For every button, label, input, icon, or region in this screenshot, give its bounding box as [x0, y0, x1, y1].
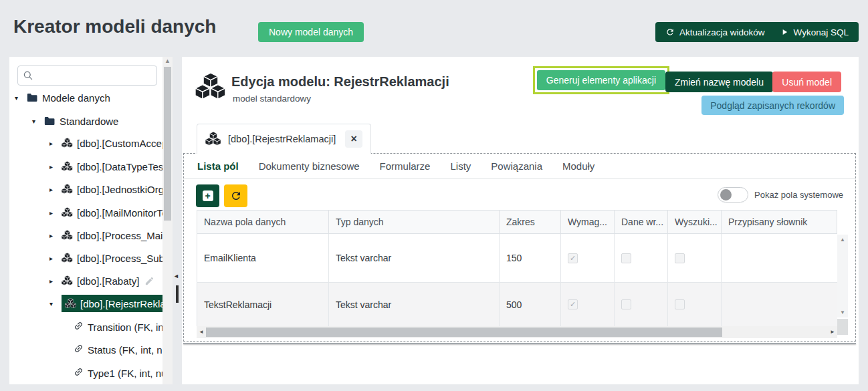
field-range-cell: 150 — [500, 234, 561, 282]
selected-tree-item[interactable]: [dbo].[RejestrReklamacji] — [62, 295, 162, 312]
column-header: Zakres — [500, 211, 561, 233]
column-header: Wymag... — [561, 211, 615, 233]
tree-item-datatypetest[interactable]: ▸ [dbo].[DataTypeTest] — [9, 158, 162, 175]
refresh-fields-button[interactable] — [224, 184, 247, 207]
column-header: Typ danych — [329, 211, 500, 233]
tab-powiazania[interactable]: Powiązania — [491, 160, 542, 172]
delete-model-button[interactable]: Usuń model — [772, 72, 841, 92]
caret-down-icon[interactable]: ▾ — [15, 94, 23, 102]
scrollbar-thumb[interactable] — [164, 67, 171, 221]
caret-right-icon[interactable]: ▸ — [49, 186, 58, 193]
scrollbar-thumb[interactable] — [206, 328, 722, 337]
column-header: Dane wr... — [615, 211, 668, 233]
sensitive-data-checkbox[interactable] — [621, 253, 631, 263]
scroll-down-icon[interactable]: ▼ — [837, 309, 848, 315]
tree-item-label: [dbo].[JednostkiOrganizacy — [77, 184, 162, 195]
required-checkbox[interactable] — [568, 253, 578, 263]
sidebar-splitter[interactable]: ◄ — [173, 57, 182, 384]
splitter-grip[interactable] — [176, 285, 179, 303]
model-cubes-icon — [62, 184, 73, 194]
table-horizontal-scrollbar[interactable]: ◄ ► — [197, 326, 837, 338]
preview-records-button[interactable]: Podgląd zapisanych rekordów — [701, 96, 844, 115]
topbar-action-group: Aktualizacja widoków Wykonaj SQL — [655, 22, 859, 42]
tree-search-input[interactable] — [17, 66, 157, 86]
model-tab[interactable]: [dbo].[RejestrReklamacji] × — [197, 124, 371, 154]
generate-app-elements-button[interactable]: Generuj elementy aplikacji — [537, 70, 665, 90]
tree-item-fk-status[interactable]: Status (FK, int, not null) — [9, 341, 162, 358]
searchable-checkbox[interactable] — [675, 299, 685, 309]
tree-item-mailmonitortest[interactable]: ▸ [dbo].[MailMonitorTest] — [9, 204, 162, 221]
tree-item-rabaty[interactable]: ▸ [dbo].[Rabaty] — [9, 272, 162, 289]
edit-icon[interactable] — [144, 276, 154, 286]
tree-item-label: [dbo].[RejestrReklamacji] — [80, 298, 162, 309]
model-cubes-icon — [65, 298, 76, 309]
search-icon — [23, 70, 33, 81]
sensitive-data-checkbox[interactable] — [621, 299, 631, 309]
column-header: Nazwa pola danych — [197, 211, 329, 233]
update-views-label: Aktualizacja widoków — [679, 27, 765, 37]
update-views-button[interactable]: Aktualizacja widoków — [658, 22, 772, 42]
tree-item-label: [dbo].[CustomAcceptanceL — [77, 138, 162, 149]
required-checkbox[interactable] — [568, 299, 578, 309]
refresh-icon — [230, 190, 242, 202]
table-row[interactable]: TekstReklamacji Tekst varchar 500 — [197, 282, 837, 326]
new-model-button[interactable]: Nowy model danych — [258, 22, 364, 42]
tab-formularze[interactable]: Formularze — [380, 160, 431, 172]
tree-item-label: Modele danych — [42, 92, 110, 104]
sidebar-scrollbar[interactable]: ▲ — [162, 57, 173, 384]
tree-item-customacceptance[interactable]: ▸ [dbo].[CustomAcceptanceL — [9, 134, 162, 152]
caret-right-icon[interactable]: ▸ — [49, 232, 58, 239]
run-sql-label: Wykonaj SQL — [794, 27, 849, 37]
table-vertical-scrollbar[interactable]: ▲ ▼ — [837, 235, 848, 317]
run-sql-button[interactable]: Wykonaj SQL — [772, 22, 856, 42]
tree-item-standardowe[interactable]: ▾ Standardowe — [9, 112, 162, 130]
tab-lista-pol[interactable]: Lista pól — [197, 160, 239, 172]
caret-down-icon[interactable]: ▾ — [49, 300, 58, 307]
scroll-up-icon[interactable]: ▲ — [837, 237, 848, 243]
tab-listy[interactable]: Listy — [450, 160, 471, 172]
close-icon[interactable]: × — [345, 130, 362, 148]
scroll-left-icon[interactable]: ◄ — [199, 329, 204, 335]
toggle-knob[interactable] — [720, 189, 732, 201]
tree-item-fk-type1[interactable]: Type1 (FK, int, null) — [9, 364, 162, 382]
model-tab-label: [dbo].[RejestrReklamacji] — [228, 134, 336, 144]
caret-down-icon[interactable]: ▾ — [32, 118, 40, 125]
tab-dokumenty-biznesowe[interactable]: Dokumenty biznesowe — [259, 160, 360, 172]
tree-item-label: [dbo].[DataTypeTest] — [77, 161, 162, 172]
tree-item-process-main[interactable]: ▸ [dbo].[Process_Main] — [9, 227, 162, 244]
model-cubes-icon — [205, 132, 221, 146]
generate-button-highlight: Generuj elementy aplikacji — [533, 66, 669, 94]
tree-item-fk-transition[interactable]: Transition (FK, int, null) — [9, 318, 162, 336]
caret-right-icon[interactable]: ▸ — [49, 140, 58, 147]
model-cubes-icon — [62, 207, 73, 218]
tree-item-modele-danych[interactable]: ▾ Modele danych — [9, 89, 162, 106]
field-type-cell: Tekst varchar — [329, 234, 500, 282]
tree-item-process-sub[interactable]: ▸ [dbo].[Process_Sub] — [9, 249, 162, 267]
system-fields-toggle-group: Pokaż pola systemowe — [718, 187, 843, 203]
plus-icon: + — [203, 190, 213, 201]
model-title: Edycja modelu: RejestrReklamacji — [231, 74, 449, 90]
tree-item-label: Transition (FK, int, null) — [88, 321, 162, 333]
fields-table: Nazwa pola danych Typ danych Zakres Wyma… — [197, 210, 837, 326]
caret-right-icon[interactable]: ▸ — [49, 209, 58, 217]
scroll-right-icon[interactable]: ► — [830, 329, 835, 335]
searchable-checkbox[interactable] — [675, 253, 685, 263]
table-row[interactable]: EmailKlienta Tekst varchar 150 — [197, 234, 837, 282]
rename-model-button[interactable]: Zmień nazwę modelu — [665, 72, 773, 92]
model-cubes-icon — [62, 138, 73, 148]
tree-item-label: [dbo].[Process_Sub] — [77, 253, 162, 264]
dictionary-cell — [722, 283, 837, 326]
tab-moduly[interactable]: Moduły — [562, 160, 594, 172]
add-field-button[interactable]: + — [196, 184, 219, 207]
tree-item-jednostkiorganizacyjne[interactable]: ▸ [dbo].[JednostkiOrganizacy — [9, 180, 162, 198]
scroll-up-icon[interactable]: ▲ — [162, 57, 173, 64]
folder-icon — [44, 116, 56, 126]
tree-item-rejestrreklamacji-selected[interactable]: ▾ [dbo].[RejestrReklamacji] — [9, 295, 162, 312]
caret-right-icon[interactable]: ▸ — [49, 255, 58, 262]
caret-right-icon[interactable]: ▸ — [49, 163, 58, 170]
caret-right-icon[interactable]: ▸ — [49, 277, 58, 285]
field-type-cell: Tekst varchar — [329, 283, 500, 326]
show-system-fields-toggle[interactable] — [718, 187, 748, 203]
toggle-label: Pokaż pola systemowe — [754, 190, 843, 200]
collapse-left-icon[interactable]: ◄ — [173, 273, 179, 279]
